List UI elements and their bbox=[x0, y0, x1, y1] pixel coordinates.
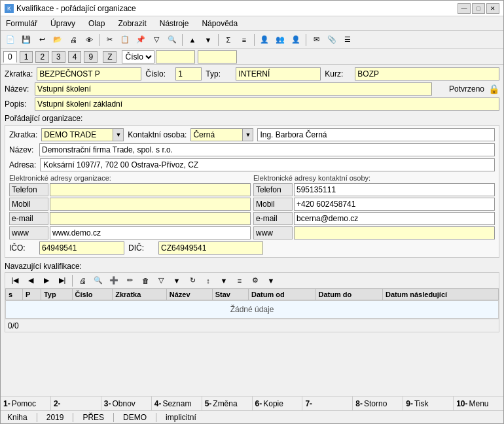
fn4-key[interactable]: 4-Seznam bbox=[152, 397, 202, 410]
org-zkratka-btn[interactable]: ▼ bbox=[113, 128, 124, 141]
typ-field[interactable]: INTERNÍ bbox=[236, 67, 321, 80]
col-nazev[interactable]: Název bbox=[166, 289, 212, 300]
menu-formular[interactable]: Formulář bbox=[3, 18, 40, 29]
fn6-key[interactable]: 6-Kopie bbox=[253, 397, 303, 410]
nav-print[interactable]: 🖨 bbox=[75, 274, 90, 288]
cislo-field[interactable]: 1 bbox=[175, 67, 202, 80]
menu-nastroje[interactable]: Nástroje bbox=[157, 18, 192, 29]
nav-export[interactable]: ▼ bbox=[217, 274, 231, 288]
fn7-key[interactable]: 7- bbox=[302, 397, 353, 410]
nav-config[interactable]: ⚙ bbox=[248, 274, 262, 288]
nav-first[interactable]: |◀ bbox=[8, 274, 22, 288]
org-telefon-value[interactable] bbox=[50, 183, 251, 196]
cislo-value-field[interactable] bbox=[198, 50, 237, 63]
nav-filter[interactable]: ▽ bbox=[154, 274, 168, 288]
dic-field[interactable]: CZ64949541 bbox=[158, 241, 263, 255]
tb-new[interactable]: 📄 bbox=[3, 33, 18, 47]
kontaktni-btn[interactable]: ▼ bbox=[243, 128, 253, 141]
tb-attach[interactable]: 📎 bbox=[325, 33, 339, 47]
nav-last[interactable]: ▶| bbox=[55, 274, 69, 288]
tb-filter[interactable]: ▽ bbox=[149, 33, 164, 47]
fn10-key[interactable]: 10-Menu bbox=[454, 397, 503, 410]
status-demo: DEMO bbox=[119, 413, 151, 422]
tb-open[interactable]: 📂 bbox=[50, 33, 65, 47]
tb-person1[interactable]: 👤 bbox=[257, 33, 272, 47]
contact-telefon-row: Telefon 595135111 bbox=[253, 183, 495, 196]
potvrzeno-label: Potvrzeno bbox=[449, 84, 484, 94]
col-datum-od[interactable]: Datum od bbox=[249, 289, 315, 300]
menu-upravy[interactable]: Úpravy bbox=[48, 18, 78, 29]
col-datum-nasl[interactable]: Datum následující bbox=[382, 289, 498, 300]
tb-search[interactable]: 🔍 bbox=[165, 33, 179, 47]
nav-next[interactable]: ▶ bbox=[39, 274, 54, 288]
tab-3[interactable]: 3 bbox=[52, 51, 65, 63]
fn8-key[interactable]: 8-Storno bbox=[353, 397, 403, 410]
tb-copy[interactable]: 📋 bbox=[118, 33, 132, 47]
nazev-field[interactable]: Vstupní školení bbox=[35, 82, 432, 96]
menu-zobrazit[interactable]: Zobrazit bbox=[115, 18, 149, 29]
nav-prev[interactable]: ◀ bbox=[24, 274, 38, 288]
adresa-field: Koksární 1097/7, 702 00 Ostrava-Přívoz, … bbox=[40, 158, 495, 171]
tab-4[interactable]: 4 bbox=[68, 51, 82, 63]
zkratka-field[interactable]: BEZPEČNOST P bbox=[37, 67, 141, 80]
tb-mail[interactable]: ✉ bbox=[309, 33, 323, 47]
menu-olap[interactable]: Olap bbox=[86, 18, 107, 29]
tb-arrow-down[interactable]: ▼ bbox=[201, 33, 215, 47]
nav-more[interactable]: ▼ bbox=[264, 274, 278, 288]
popis-field[interactable]: Vstupní školení základní bbox=[35, 97, 499, 111]
nav-cols[interactable]: ≡ bbox=[232, 274, 247, 288]
fn5-key[interactable]: 5-Změna bbox=[202, 397, 253, 410]
nav-refresh[interactable]: ↻ bbox=[185, 274, 200, 288]
ico-field[interactable]: 64949541 bbox=[39, 241, 124, 255]
nav-search[interactable]: 🔍 bbox=[91, 274, 105, 288]
close-button[interactable]: ✕ bbox=[486, 3, 499, 14]
org-www-value[interactable]: www.demo.cz bbox=[50, 226, 251, 239]
tab-z[interactable]: Z bbox=[103, 51, 117, 63]
col-stav[interactable]: Stav bbox=[212, 289, 248, 300]
contact-www-value[interactable] bbox=[294, 226, 495, 239]
tb-calc[interactable]: ≡ bbox=[237, 33, 251, 47]
kontaktni-input[interactable] bbox=[190, 128, 243, 141]
tb-cut[interactable]: ✂ bbox=[102, 33, 117, 47]
fn1-key[interactable]: 1-Pomoc bbox=[1, 397, 51, 410]
col-cislo[interactable]: Číslo bbox=[72, 289, 113, 300]
col-typ[interactable]: Typ bbox=[41, 289, 72, 300]
nav-filter2[interactable]: ▼ bbox=[170, 274, 184, 288]
tb-person2[interactable]: 👥 bbox=[273, 33, 287, 47]
kurz-field[interactable]: BOZP bbox=[355, 67, 499, 80]
cislo-filter-input[interactable] bbox=[156, 50, 195, 63]
tb-person3[interactable]: 👤 bbox=[289, 33, 303, 47]
fn3-key[interactable]: 3-Obnov bbox=[101, 397, 152, 410]
header-row-1: Zkratka: BEZPEČNOST P Číslo: 1 Typ: INTE… bbox=[5, 67, 499, 80]
tb-undo[interactable]: ↩ bbox=[35, 33, 49, 47]
contact-www-row: www bbox=[253, 226, 495, 239]
tab-2[interactable]: 2 bbox=[35, 51, 49, 63]
maximize-button[interactable]: □ bbox=[472, 3, 485, 14]
tb-paste[interactable]: 📌 bbox=[134, 33, 148, 47]
tb-list[interactable]: ☰ bbox=[340, 33, 355, 47]
org-email-value[interactable] bbox=[50, 212, 251, 225]
org-zkratka-input[interactable] bbox=[41, 128, 113, 141]
cislo-dropdown[interactable]: Číslo bbox=[122, 50, 154, 63]
menu-napoveda[interactable]: Nápověda bbox=[199, 18, 240, 29]
tb-save[interactable]: 💾 bbox=[19, 33, 33, 47]
tab-9[interactable]: 9 bbox=[84, 51, 98, 63]
nav-delete[interactable]: 🗑 bbox=[138, 274, 153, 288]
col-zkratka[interactable]: Zkratka bbox=[113, 289, 167, 300]
tb-arrow-up[interactable]: ▲ bbox=[185, 33, 200, 47]
col-datum-do[interactable]: Datum do bbox=[315, 289, 382, 300]
col-s[interactable]: s bbox=[6, 289, 23, 300]
tab-0[interactable]: 0 bbox=[3, 51, 17, 63]
nav-add[interactable]: ➕ bbox=[107, 274, 121, 288]
tb-print[interactable]: 🖨 bbox=[66, 33, 81, 47]
org-mobil-value[interactable] bbox=[50, 198, 251, 211]
tab-1[interactable]: 1 bbox=[20, 51, 33, 63]
minimize-button[interactable]: — bbox=[458, 3, 471, 14]
nav-edit[interactable]: ✏ bbox=[122, 274, 137, 288]
fn2-key[interactable]: 2- bbox=[51, 397, 101, 410]
tb-sum[interactable]: Σ bbox=[221, 33, 236, 47]
col-p[interactable]: P bbox=[22, 289, 41, 300]
tb-preview[interactable]: 👁 bbox=[82, 33, 96, 47]
nav-sort[interactable]: ↕ bbox=[201, 274, 215, 288]
fn9-key[interactable]: 9-Tisk bbox=[403, 397, 454, 410]
